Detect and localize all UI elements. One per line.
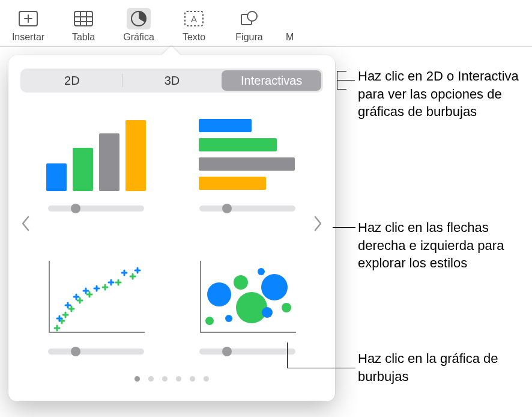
callout-arrows: Haz clic en las flechas derecha e izquie…: [358, 219, 526, 272]
toolbar-chart-label: Gráfica: [123, 32, 154, 43]
table-icon: [71, 8, 95, 29]
toolbar-insert-label: Insertar: [12, 32, 44, 43]
bubble-chart-slider[interactable]: [199, 349, 295, 355]
chart-style-bar[interactable]: [190, 115, 305, 231]
page-dot-5[interactable]: [190, 376, 195, 382]
svg-point-48: [236, 292, 267, 323]
toolbar-table-label: Tabla: [72, 32, 95, 43]
page-dot-3[interactable]: [162, 376, 168, 382]
svg-point-53: [225, 315, 232, 322]
shape-icon: [237, 8, 261, 29]
toolbar-shape[interactable]: Figura: [228, 4, 270, 43]
callout-lead-2: [333, 227, 355, 228]
chart-popover: 2D 3D Interactivas: [8, 55, 335, 401]
insert-icon: [16, 8, 40, 29]
svg-point-47: [207, 282, 231, 306]
svg-point-49: [234, 275, 248, 290]
svg-rect-3: [74, 11, 92, 26]
chart-style-scatter[interactable]: [38, 258, 154, 374]
column-chart-preview: [45, 115, 147, 193]
toolbar-shape-label: Figura: [235, 32, 262, 43]
toolbar-insert[interactable]: Insertar: [7, 4, 49, 43]
callout-lead-3v: [287, 342, 288, 368]
callout-tabs: Haz clic en 2D o Interactiva para ver la…: [358, 67, 532, 121]
svg-text:A: A: [191, 14, 197, 24]
prev-style-arrow[interactable]: [17, 212, 34, 236]
chart-style-bubble[interactable]: [190, 258, 305, 374]
scatter-chart-slider[interactable]: [48, 349, 144, 355]
scatter-chart-preview: [45, 258, 147, 336]
page-dot-2[interactable]: [148, 376, 154, 382]
column-chart-slider[interactable]: [48, 205, 144, 212]
page-dot-6[interactable]: [204, 376, 209, 382]
callout-bubble: Haz clic en la gráfica de burbujas: [358, 350, 532, 385]
toolbar-table[interactable]: Tabla: [62, 4, 104, 43]
text-icon: A: [182, 8, 206, 29]
bar-chart-preview: [196, 115, 298, 193]
callout-lead-1: [337, 80, 355, 81]
page-dot-4[interactable]: [176, 376, 181, 382]
chart-type-tabs: 2D 3D Interactivas: [20, 68, 323, 93]
toolbar: Insertar Tabla Gráfica A: [0, 0, 532, 47]
page-dot-1[interactable]: [135, 376, 140, 382]
svg-point-54: [282, 303, 291, 312]
svg-point-51: [262, 307, 273, 318]
bar-chart-slider[interactable]: [199, 205, 295, 212]
tab-interactive[interactable]: Interactivas: [222, 70, 321, 91]
tab-2d[interactable]: 2D: [22, 70, 122, 91]
toolbar-overflow-label: M: [283, 32, 294, 46]
callout-bracket-1c: [337, 89, 346, 90]
chart-style-grid-wrap: [20, 109, 323, 374]
page-dots: [20, 376, 323, 382]
svg-point-52: [205, 317, 214, 325]
next-style-arrow[interactable]: [310, 212, 327, 236]
toolbar-text-label: Texto: [183, 32, 205, 43]
svg-point-12: [247, 11, 257, 21]
svg-point-55: [258, 268, 265, 275]
chart-style-grid: [20, 109, 323, 374]
svg-point-50: [261, 274, 288, 300]
toolbar-chart[interactable]: Gráfica: [118, 4, 160, 43]
toolbar-text[interactable]: A Texto: [173, 4, 215, 43]
chart-style-column[interactable]: [38, 115, 154, 231]
callout-lead-3h: [287, 368, 355, 368]
callout-bracket-1b: [337, 71, 346, 72]
bubble-chart-preview: [196, 258, 298, 336]
chart-icon: [127, 8, 151, 29]
tab-3d[interactable]: 3D: [122, 70, 222, 91]
